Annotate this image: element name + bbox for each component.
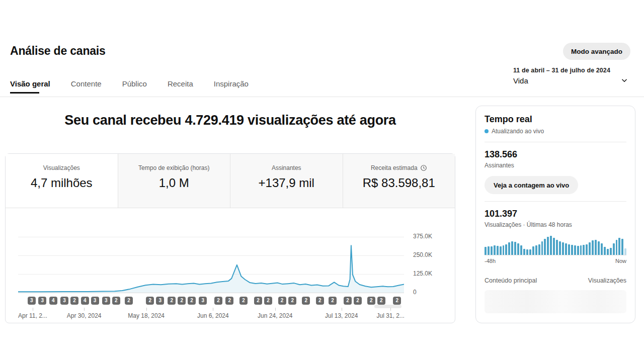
views-column-header: Visualizações: [588, 277, 626, 284]
video-count-badge[interactable]: 3: [38, 297, 46, 305]
realtime-bar: [589, 242, 591, 255]
realtime-bar: [553, 238, 555, 255]
video-count-badge[interactable]: 2: [254, 297, 262, 305]
realtime-bar: [514, 242, 516, 255]
gridline: [18, 293, 404, 293]
video-count-badge[interactable]: 2: [354, 297, 362, 305]
realtime-bar: [571, 245, 573, 255]
tab-inspiracao[interactable]: Inspiração: [214, 79, 249, 94]
realtime-bar-chart: [485, 235, 626, 255]
realtime-bar: [500, 246, 502, 255]
video-count-badge[interactable]: 4: [81, 297, 89, 305]
metric-label: Receita estimada: [371, 164, 418, 171]
x-axis-tick: [84, 308, 85, 311]
video-count-badge[interactable]: 3: [91, 297, 99, 305]
video-count-badge[interactable]: 2: [70, 297, 78, 305]
video-count-badge[interactable]: 2: [112, 297, 120, 305]
video-count-badge[interactable]: 2: [288, 297, 296, 305]
realtime-panel: Tempo real Atualizando ao vivo 138.566 A…: [475, 106, 635, 323]
video-count-badge[interactable]: 2: [264, 297, 272, 305]
top-content-header: Conteúdo principal: [485, 277, 537, 284]
metric-card-views[interactable]: Visualizações 4,7 milhões: [6, 154, 118, 208]
realtime-bar: [497, 246, 499, 255]
video-count-badge[interactable]: 3: [156, 297, 164, 305]
realtime-bar: [616, 240, 618, 255]
video-count-badge[interactable]: 4: [49, 297, 57, 305]
video-count-badge[interactable]: 2: [377, 297, 385, 305]
video-count-badge[interactable]: 2: [168, 297, 176, 305]
video-count-badge[interactable]: 2: [146, 297, 154, 305]
x-axis-label: Jun 6, 2024: [197, 312, 229, 319]
clock-icon: [420, 164, 427, 171]
x-axis-label: Apr 11, 2...: [18, 312, 47, 319]
video-count-badge[interactable]: 2: [302, 297, 310, 305]
realtime-bar: [613, 243, 615, 255]
x-axis-tick: [213, 308, 213, 311]
realtime-bar: [503, 245, 505, 255]
y-axis-label: 375.0K: [413, 233, 432, 240]
realtime-bar: [556, 240, 558, 255]
advanced-mode-button[interactable]: Modo avançado: [563, 43, 630, 60]
video-count-badge[interactable]: 2: [344, 297, 352, 305]
video-count-badge[interactable]: 3: [102, 297, 110, 305]
badge-row-scrollbar[interactable]: [374, 305, 401, 308]
realtime-bar: [541, 241, 543, 255]
realtime-bar: [568, 244, 570, 255]
realtime-bar: [604, 247, 606, 255]
tabbar-divider: [0, 97, 644, 97]
video-count-badge[interactable]: 2: [367, 297, 375, 305]
video-count-badge[interactable]: 2: [178, 297, 186, 305]
video-count-badge[interactable]: 2: [225, 297, 233, 305]
headline-total-views: Seu canal recebeu 4.729.419 visualizaçõe…: [5, 113, 455, 128]
video-count-badge[interactable]: 2: [316, 297, 324, 305]
video-count-badge[interactable]: 2: [329, 297, 337, 305]
video-count-badge[interactable]: 2: [188, 297, 196, 305]
realtime-bar: [526, 249, 528, 255]
video-count-badge[interactable]: 2: [214, 297, 222, 305]
tab-publico[interactable]: Público: [122, 79, 147, 94]
x-axis-label: Jul 13, 2024: [325, 312, 358, 319]
y-axis-label: 0: [413, 289, 417, 296]
page-title: Análise de canais: [10, 44, 106, 58]
metric-card-watch-time[interactable]: Tempo de exibição (horas) 1,0 M: [118, 154, 230, 208]
live-status-text: Atualizando ao vivo: [492, 128, 544, 135]
realtime-bar: [547, 237, 549, 255]
video-count-badge[interactable]: 3: [60, 297, 68, 305]
realtime-bar: [511, 241, 513, 255]
realtime-bar: [523, 249, 525, 255]
realtime-bar: [592, 240, 594, 255]
top-content-thumbnail-placeholder[interactable]: [485, 290, 626, 313]
live-count-button[interactable]: Veja a contagem ao vivo: [485, 176, 578, 194]
metric-card-subscribers[interactable]: Assinantes +137,9 mil: [230, 154, 343, 208]
date-range-picker[interactable]: 11 de abril – 31 de julho de 2024 Vida: [513, 67, 629, 85]
metric-label: Tempo de exibição (horas): [138, 164, 209, 171]
realtime-bar: [598, 241, 600, 255]
views-line-chart: 375.0K250.0K125.0K0334324332223222322222…: [6, 208, 455, 323]
metric-card-revenue[interactable]: Receita estimada R$ 83.598,81: [343, 154, 455, 208]
video-count-badge[interactable]: 2: [278, 297, 286, 305]
views-line-svg: [18, 229, 404, 293]
video-count-badge[interactable]: 2: [393, 297, 401, 305]
tab-visao-geral[interactable]: Visão geral: [10, 79, 50, 94]
x-axis-tick: [390, 308, 391, 311]
realtime-bar: [621, 239, 623, 255]
realtime-views-value: 101.397: [485, 209, 626, 219]
date-range-text: 11 de abril – 31 de julho de 2024: [513, 67, 629, 74]
video-count-badge[interactable]: 2: [125, 297, 133, 305]
y-axis-label: 125.0K: [413, 270, 432, 277]
realtime-bar: [607, 249, 609, 255]
tab-contente[interactable]: Contente: [71, 79, 102, 94]
tab-receita[interactable]: Receita: [168, 79, 193, 94]
realtime-bar: [494, 245, 496, 255]
video-count-badge[interactable]: 2: [239, 297, 248, 305]
realtime-bar: [559, 241, 561, 255]
x-axis-label: Jun 24, 2024: [258, 312, 292, 319]
realtime-bar: [580, 245, 582, 255]
realtime-bar: [517, 243, 519, 255]
realtime-bar: [574, 245, 576, 255]
chevron-down-icon[interactable]: [620, 76, 629, 85]
realtime-bar: [550, 236, 552, 255]
video-count-badge[interactable]: 3: [28, 297, 36, 305]
video-count-badge[interactable]: 3: [199, 297, 207, 305]
divider: [485, 142, 626, 142]
